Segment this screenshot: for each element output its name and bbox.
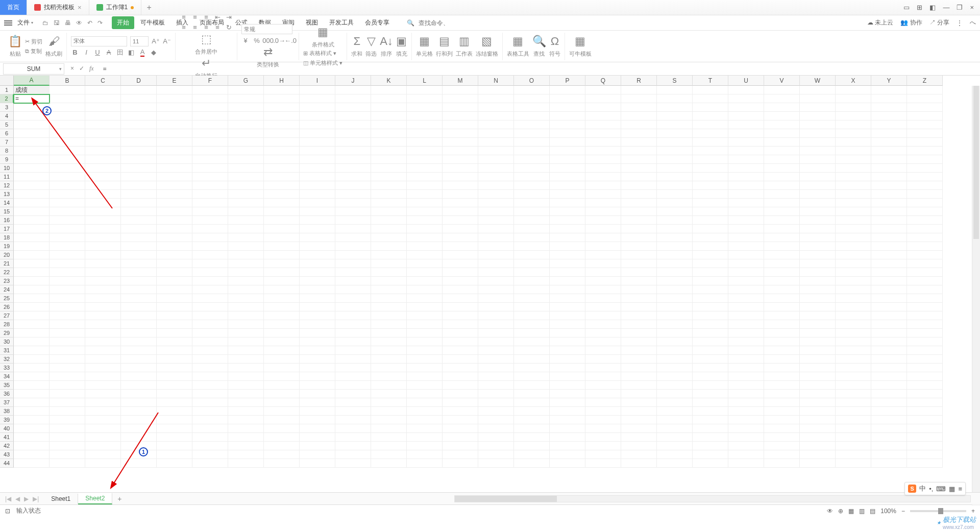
cell-T6[interactable]: [693, 129, 728, 138]
row-header-39[interactable]: 39: [0, 416, 14, 424]
add-tab-button[interactable]: +: [141, 0, 157, 15]
align-center-icon[interactable]: ≡: [191, 23, 199, 32]
cell-V7[interactable]: [764, 138, 800, 147]
cell-Y12[interactable]: [871, 181, 907, 190]
cell-C18[interactable]: [85, 233, 121, 242]
cell-E5[interactable]: [157, 120, 192, 129]
cell-E17[interactable]: [157, 225, 192, 233]
cell-J35[interactable]: [335, 381, 371, 390]
cell-V38[interactable]: [764, 407, 800, 416]
cell-J25[interactable]: [335, 294, 371, 303]
cell-S31[interactable]: [657, 346, 693, 355]
view-grid-icon[interactable]: ⊕: [838, 508, 843, 515]
cell-O21[interactable]: [514, 259, 550, 268]
cell-Z3[interactable]: [907, 103, 943, 112]
symbol-icon[interactable]: Ω: [551, 35, 559, 48]
cell-F16[interactable]: [192, 216, 228, 225]
cell-C44[interactable]: [85, 459, 121, 468]
cell-X23[interactable]: [836, 277, 871, 285]
cell-X35[interactable]: [836, 381, 871, 390]
cell-Q5[interactable]: [585, 120, 621, 129]
cell-E40[interactable]: [157, 424, 192, 433]
cell-G6[interactable]: [228, 129, 264, 138]
cell-G41[interactable]: [228, 433, 264, 442]
cell-J26[interactable]: [335, 303, 371, 311]
cell-G11[interactable]: [228, 173, 264, 181]
cell-H16[interactable]: [264, 216, 300, 225]
cell-B5[interactable]: [50, 120, 85, 129]
cell-U26[interactable]: [728, 303, 764, 311]
row-header-40[interactable]: 40: [0, 424, 14, 433]
cell-B20[interactable]: [50, 251, 85, 259]
cell-L28[interactable]: [407, 320, 443, 329]
cell-Z26[interactable]: [907, 303, 943, 311]
cell-O22[interactable]: [514, 268, 550, 277]
cell-T15[interactable]: [693, 207, 728, 216]
cell-R12[interactable]: [621, 181, 657, 190]
cell-D16[interactable]: [121, 216, 157, 225]
cell-A13[interactable]: [14, 190, 50, 199]
cell-I41[interactable]: [300, 433, 335, 442]
cell-S21[interactable]: [657, 259, 693, 268]
cell-A8[interactable]: [14, 147, 50, 155]
merge-icon[interactable]: ⬚: [201, 33, 212, 46]
cell-M2[interactable]: [443, 94, 478, 103]
col-header-I[interactable]: I: [300, 76, 335, 86]
cell-U16[interactable]: [728, 216, 764, 225]
cell-J14[interactable]: [335, 199, 371, 207]
align-right-icon[interactable]: ≡: [202, 23, 210, 32]
view-eye-icon[interactable]: 👁: [827, 508, 833, 515]
cell-L6[interactable]: [407, 129, 443, 138]
fill-color-icon[interactable]: ◧: [127, 49, 135, 57]
cell-Z43[interactable]: [907, 450, 943, 459]
cell-C24[interactable]: [85, 285, 121, 294]
cell-Q25[interactable]: [585, 294, 621, 303]
cell-Z12[interactable]: [907, 181, 943, 190]
cell-Q33[interactable]: [585, 364, 621, 372]
cell-L36[interactable]: [407, 390, 443, 398]
indent-inc-icon[interactable]: ⇥: [225, 13, 233, 21]
cell-I26[interactable]: [300, 303, 335, 311]
font-family-combo[interactable]: [71, 36, 127, 46]
cell-L32[interactable]: [407, 355, 443, 364]
cell-B34[interactable]: [50, 372, 85, 381]
cell-J43[interactable]: [335, 450, 371, 459]
cell-S32[interactable]: [657, 355, 693, 364]
cell-H11[interactable]: [264, 173, 300, 181]
cell-F35[interactable]: [192, 381, 228, 390]
cell-C43[interactable]: [85, 450, 121, 459]
cell-A38[interactable]: [14, 407, 50, 416]
cell-L4[interactable]: [407, 112, 443, 120]
col-header-O[interactable]: O: [514, 76, 550, 86]
cell-H4[interactable]: [264, 112, 300, 120]
cell-W23[interactable]: [800, 277, 836, 285]
cell-I16[interactable]: [300, 216, 335, 225]
percent-icon[interactable]: %: [253, 36, 261, 44]
cell-N34[interactable]: [478, 372, 514, 381]
cell-O33[interactable]: [514, 364, 550, 372]
cell-F34[interactable]: [192, 372, 228, 381]
cell-P26[interactable]: [550, 303, 585, 311]
cell-I15[interactable]: [300, 207, 335, 216]
cell-T25[interactable]: [693, 294, 728, 303]
cell-D32[interactable]: [121, 355, 157, 364]
cell-C11[interactable]: [85, 173, 121, 181]
cell-S35[interactable]: [657, 381, 693, 390]
cell-F37[interactable]: [192, 398, 228, 407]
cell-M34[interactable]: [443, 372, 478, 381]
cell-D40[interactable]: [121, 424, 157, 433]
cell-B12[interactable]: [50, 181, 85, 190]
cell-W20[interactable]: [800, 251, 836, 259]
cell-W12[interactable]: [800, 181, 836, 190]
cell-I23[interactable]: [300, 277, 335, 285]
cell-W28[interactable]: [800, 320, 836, 329]
cell-R10[interactable]: [621, 164, 657, 173]
cell-M42[interactable]: [443, 442, 478, 450]
cell-G33[interactable]: [228, 364, 264, 372]
align-top-icon[interactable]: ≡: [180, 13, 188, 21]
cell-J31[interactable]: [335, 346, 371, 355]
cell-C2[interactable]: [85, 94, 121, 103]
cell-M37[interactable]: [443, 398, 478, 407]
cell-H6[interactable]: [264, 129, 300, 138]
cell-L18[interactable]: [407, 233, 443, 242]
